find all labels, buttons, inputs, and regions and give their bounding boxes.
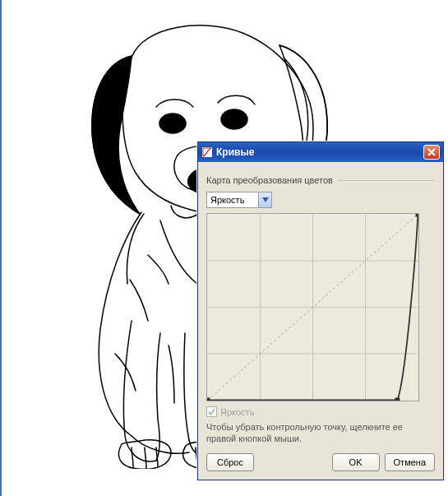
hint-text: Чтобы убрать контрольную точку, щелкните… [206, 422, 435, 445]
close-button[interactable] [423, 145, 440, 160]
brightness-checkbox-label: Яркость [220, 407, 254, 417]
titlebar[interactable]: Кривые [198, 142, 443, 162]
ok-button[interactable]: OK [332, 453, 380, 471]
check-icon [208, 408, 215, 415]
curve-graph[interactable] [206, 213, 419, 401]
svg-rect-11 [395, 398, 400, 401]
svg-point-0 [159, 114, 186, 133]
dialog-title: Кривые [216, 146, 423, 158]
channel-select[interactable]: Яркость [206, 192, 272, 208]
channel-select-value: Яркость [210, 195, 258, 205]
svg-rect-10 [207, 398, 210, 401]
chevron-down-icon [258, 192, 271, 207]
close-icon [427, 148, 436, 156]
svg-rect-12 [416, 214, 419, 217]
canvas-left-border [0, 0, 2, 496]
curves-dialog: Кривые Карта преобразования цветов Яркос… [197, 141, 444, 480]
brightness-checkbox [206, 406, 217, 417]
reset-button[interactable]: Сброс [206, 453, 254, 471]
svg-point-1 [221, 109, 247, 129]
group-label: Карта преобразования цветов [206, 175, 338, 185]
color-map-group: Карта преобразования цветов Яркость [206, 169, 435, 417]
cancel-button[interactable]: Отмена [385, 453, 435, 471]
curves-icon [201, 146, 213, 158]
